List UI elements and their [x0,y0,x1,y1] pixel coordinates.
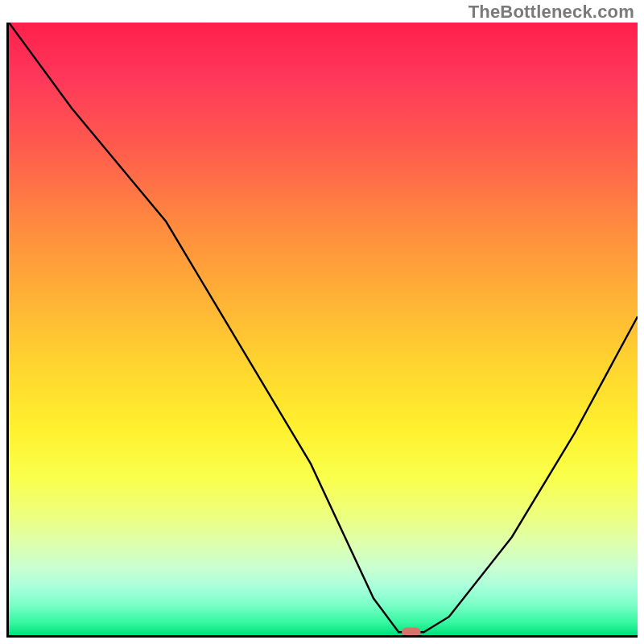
chart-plot-area [6,23,638,638]
chart-svg [9,23,638,635]
watermark-text: TheBottleneck.com [469,2,634,23]
bottleneck-curve-path [9,23,638,632]
marker-point [402,628,420,636]
